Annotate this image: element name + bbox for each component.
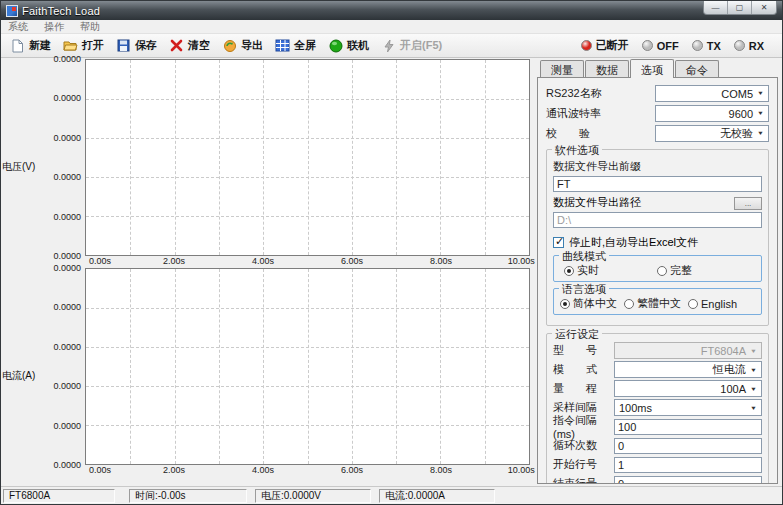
current-chart-y-axis: 0.00000.00000.00000.00000.00000.0000电流(A… <box>1 268 85 465</box>
toolbar-fullscreen-button[interactable]: 全屏 <box>270 36 323 55</box>
curve-mode-title: 曲线模式 <box>559 249 609 264</box>
model-label: 型 号 <box>553 343 614 358</box>
voltage-chart: 0.00000.00000.00000.00000.00000.0000电压(V… <box>1 59 533 268</box>
x-tick-label: 4.00s <box>252 465 274 475</box>
clear-icon <box>169 39 184 53</box>
current-chart: 0.00000.00000.00000.00000.00000.0000电流(A… <box>1 268 533 477</box>
maximize-button[interactable]: ▢ <box>728 1 752 14</box>
grid-line-vertical <box>130 60 131 255</box>
run-setting-row-end-line: 结束行号0 <box>553 475 762 484</box>
save-icon <box>116 39 131 53</box>
grid-line-horizontal <box>86 99 529 100</box>
grid-line-vertical <box>219 269 220 464</box>
language-option[interactable]: English <box>688 298 737 310</box>
rs232-value: COM5 <box>721 88 753 100</box>
close-button[interactable]: ✕ <box>752 1 776 14</box>
curve-mode-option[interactable]: 完整 <box>657 263 692 278</box>
settings-panel: 测量数据选项命令 RS232名称 COM5 ▼ 通讯波特率 9600 ▼ <box>533 58 782 486</box>
rs232-select[interactable]: COM5 ▼ <box>655 85 769 102</box>
baud-value: 9600 <box>729 108 753 120</box>
export-path-input[interactable]: D:\ <box>553 212 762 228</box>
toolbar-export-button[interactable]: 导出 <box>217 36 270 55</box>
toolbar-save-button[interactable]: 保存 <box>111 36 164 55</box>
indicator-tx-label: TX <box>707 40 721 52</box>
status-voltage: 电压:0.0000V <box>255 489 371 503</box>
radio-icon <box>564 266 574 276</box>
toolbar-new-label: 新建 <box>29 38 51 53</box>
toolbar: 新建打开保存清空导出全屏联机开启(F5) 已断开OFFTXRX <box>1 33 782 58</box>
auto-export-label: 停止时,自动导出Excel文件 <box>569 235 698 250</box>
x-tick-label: 4.00s <box>252 256 274 266</box>
loop-count-input[interactable]: 0 <box>614 438 762 454</box>
y-tick-label: 0.0000 <box>53 172 81 182</box>
y-tick-label: 0.0000 <box>53 133 81 143</box>
chevron-down-icon: ▼ <box>757 111 764 117</box>
grid-line-vertical <box>308 60 309 255</box>
tab-measure[interactable]: 测量 <box>540 60 584 77</box>
run-setting-row-model: 型 号FT6804A▼ <box>553 342 762 359</box>
curve-mode-option-label: 实时 <box>577 263 599 278</box>
grid-line-vertical <box>485 60 486 255</box>
y-tick-label: 0.0000 <box>53 421 81 431</box>
toolbar-open-button[interactable]: 打开 <box>58 36 111 55</box>
menu-item-system[interactable]: 系统 <box>8 20 28 34</box>
sample-interval-value: 100ms <box>619 402 652 414</box>
export-prefix-input[interactable]: FT <box>553 176 762 192</box>
tab-data[interactable]: 数据 <box>585 60 629 77</box>
tab-command[interactable]: 命令 <box>675 60 719 77</box>
end-line-input[interactable]: 0 <box>614 476 762 485</box>
app-window: FaithTech Load — ▢ ✕ 系统 操作 帮助 新建打开保存清空导出… <box>0 0 783 505</box>
grid-line-horizontal <box>86 425 529 426</box>
y-tick-label: 0.0000 <box>53 381 81 391</box>
grid-line-vertical <box>263 60 264 255</box>
menu-item-operation[interactable]: 操作 <box>44 20 64 34</box>
sample-interval-select[interactable]: 100ms▼ <box>614 399 762 416</box>
mode-select[interactable]: 恒电流▼ <box>614 361 762 378</box>
baud-select[interactable]: 9600 ▼ <box>655 105 769 122</box>
export-path-browse-button[interactable]: ... <box>734 197 762 210</box>
y-tick-label: 0.0000 <box>53 342 81 352</box>
indicator-tx: TX <box>692 40 721 52</box>
language-group: 语言选项 简体中文繁體中文English <box>553 288 762 315</box>
run-setting-row-range: 量 程100A▼ <box>553 380 762 397</box>
run-settings-rows: 型 号FT6804A▼模 式恒电流▼量 程100A▼采样间隔100ms▼指令间隔… <box>553 342 762 484</box>
range-select[interactable]: 100A▼ <box>614 380 762 397</box>
voltage-chart-plot-row: 0.00000.00000.00000.00000.00000.0000电压(V… <box>1 59 533 256</box>
y-tick-label: 0.0000 <box>53 263 81 273</box>
minimize-button[interactable]: — <box>704 1 728 14</box>
tx-led-icon <box>692 40 703 51</box>
toolbar-online-button[interactable]: 联机 <box>323 36 376 55</box>
end-line-label: 结束行号 <box>553 476 614 484</box>
curve-mode-option[interactable]: 实时 <box>564 263 599 278</box>
auto-export-checkbox[interactable] <box>553 237 564 248</box>
grid-line-vertical <box>263 269 264 464</box>
language-option[interactable]: 繁體中文 <box>624 296 681 311</box>
start-line-input[interactable]: 1 <box>614 457 762 473</box>
curve-mode-options: 实时完整 <box>560 263 755 278</box>
tab-options[interactable]: 选项 <box>630 59 674 78</box>
toolbar-fullscreen-label: 全屏 <box>294 38 316 53</box>
curve-mode-option-label: 完整 <box>670 263 692 278</box>
parity-select[interactable]: 无校验 ▼ <box>655 125 769 142</box>
y-tick-label: 0.0000 <box>53 251 81 261</box>
main-area: 0.00000.00000.00000.00000.00000.0000电压(V… <box>1 58 782 486</box>
window-controls: — ▢ ✕ <box>703 1 777 15</box>
app-logo-icon <box>6 5 18 17</box>
x-tick-label: 2.00s <box>163 256 185 266</box>
status-current: 电流:0.0000A <box>379 489 495 503</box>
toolbar-new-button[interactable]: 新建 <box>5 36 58 55</box>
y-tick-label: 0.0000 <box>53 212 81 222</box>
online-icon <box>328 39 343 53</box>
menu-item-help[interactable]: 帮助 <box>80 20 100 34</box>
grid-line-horizontal <box>86 177 529 178</box>
rs232-label: RS232名称 <box>546 86 655 101</box>
radio-icon <box>688 299 698 309</box>
cmd-interval-input[interactable]: 100 <box>614 419 762 435</box>
status-bar: FT6800A 时间:-0.00s 电压:0.0000V 电流:0.0000A <box>1 486 782 504</box>
language-option-label: 繁體中文 <box>637 296 681 311</box>
language-option[interactable]: 简体中文 <box>560 296 617 311</box>
open-folder-icon <box>63 39 78 53</box>
curve-mode-group: 曲线模式 实时完整 <box>553 255 762 282</box>
indicator-off-label: OFF <box>657 40 679 52</box>
toolbar-clear-button[interactable]: 清空 <box>164 36 217 55</box>
